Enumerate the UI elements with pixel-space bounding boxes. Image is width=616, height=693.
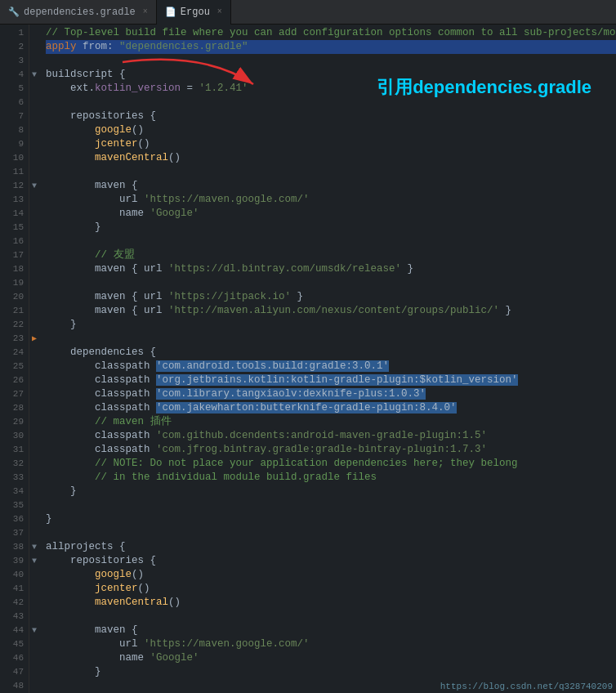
- tab-label-ergou: Ergou: [181, 7, 210, 18]
- code-line: classpath 'com.android.tools.build:gradl…: [46, 360, 616, 373]
- code-line: name 'Google': [46, 651, 616, 665]
- code-line: maven { url 'https://jitpack.io' }: [46, 290, 616, 304]
- tab-close-ergou[interactable]: ×: [217, 7, 222, 16]
- code-line: [46, 235, 616, 248]
- code-area[interactable]: // Top-level build file where you can ad…: [39, 25, 616, 693]
- code-line: }: [46, 665, 616, 679]
- code-line: [46, 610, 616, 624]
- code-line: buildscript {: [46, 68, 616, 82]
- code-line: google(): [46, 123, 616, 137]
- code-line: jcenter(): [46, 137, 616, 151]
- code-line: // in the individual module build.gradle…: [46, 471, 616, 485]
- code-line: jcenter(): [46, 582, 616, 596]
- code-line: repositories {: [46, 554, 616, 568]
- code-line: // Top-level build file where you can ad…: [46, 26, 616, 40]
- code-line: classpath 'com.library.tangxiaolv:dexkni…: [46, 387, 616, 401]
- code-line: maven {: [46, 179, 616, 193]
- tab-bar: 🔧 dependencies.gradle × 📄 Ergou ×: [0, 0, 616, 25]
- gutter: 1234567891011121314151617181920212223242…: [0, 25, 29, 693]
- code-line: mavenCentral(): [46, 596, 616, 610]
- editor: 1234567891011121314151617181920212223242…: [0, 25, 616, 693]
- code-line: mavenCentral(): [46, 151, 616, 165]
- watermark: https://blog.csdn.net/q328740209: [440, 682, 613, 691]
- gradle-icon: 🔧: [8, 7, 20, 17]
- code-line: }: [46, 318, 616, 332]
- code-line: maven { url 'https://dl.bintray.com/umsd…: [46, 262, 616, 276]
- code-line: repositories {: [46, 110, 616, 123]
- code-line: name 'Google': [46, 207, 616, 221]
- code-line: maven { url 'http://maven.aliyun.com/nex…: [46, 304, 616, 318]
- code-line: [46, 499, 616, 512]
- code-line: [46, 276, 616, 290]
- code-line: classpath 'com.jfrog.bintray.gradle:grad…: [46, 443, 616, 457]
- code-line: classpath 'org.jetbrains.kotlin:kotlin-g…: [46, 373, 616, 387]
- code-line: [46, 165, 616, 179]
- code-line: classpath 'com.github.dcendents:android-…: [46, 429, 616, 443]
- tab-label-gradle: dependencies.gradle: [24, 7, 136, 18]
- tab-dependencies-gradle[interactable]: 🔧 dependencies.gradle ×: [0, 0, 157, 25]
- code-line: allprojects {: [46, 540, 616, 554]
- code-line: // NOTE: Do not place your application d…: [46, 457, 616, 471]
- code-line: }: [46, 221, 616, 235]
- code-line: // 友盟: [46, 248, 616, 262]
- fold-column: ▼▼▶▼▼▼: [29, 25, 39, 693]
- file-icon: 📄: [165, 7, 176, 17]
- code-line: dependencies {: [46, 346, 616, 360]
- code-line: url 'https://maven.google.com/': [46, 637, 616, 651]
- code-line: maven {: [46, 624, 616, 637]
- code-line: classpath 'com.jakewharton:butterknife-g…: [46, 401, 616, 415]
- code-line: }: [46, 485, 616, 499]
- code-line: [46, 96, 616, 110]
- code-line: google(): [46, 568, 616, 582]
- code-line: [46, 332, 616, 346]
- code-line: ext.kotlin_version = '1.2.41': [46, 82, 616, 96]
- tab-close-gradle[interactable]: ×: [143, 7, 148, 16]
- code-line: apply from: "dependencies.gradle": [46, 40, 616, 54]
- tab-ergou[interactable]: 📄 Ergou ×: [157, 0, 231, 25]
- code-line: url 'https://maven.google.com/': [46, 193, 616, 207]
- code-line: // maven 插件: [46, 415, 616, 429]
- code-line: }: [46, 512, 616, 526]
- code-line: [46, 526, 616, 540]
- code-line: [46, 54, 616, 68]
